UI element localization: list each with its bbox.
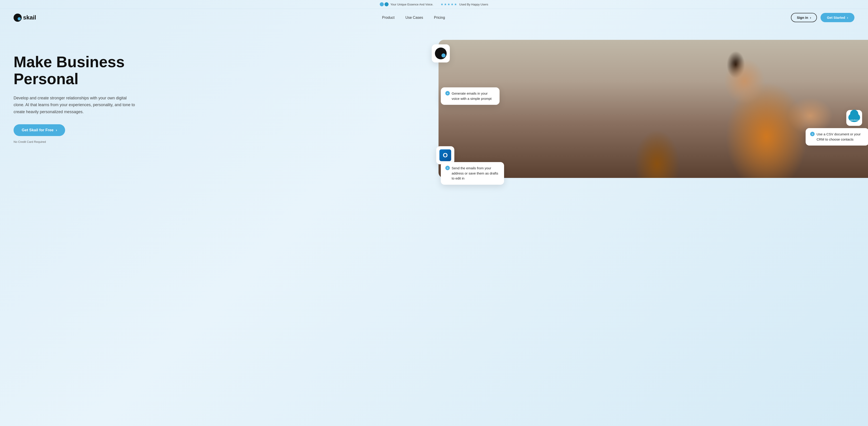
plus-icon-csv: + bbox=[810, 132, 815, 136]
hero-subtitle: Develop and create stronger relationship… bbox=[13, 95, 135, 115]
card-send-emails: + Send the emails from your address or s… bbox=[441, 162, 504, 185]
banner-voice-text: Your Unique Essence And Voice. bbox=[391, 3, 433, 6]
nav-actions: Sign in › Get Started › bbox=[791, 13, 855, 22]
hero-right: + Generate emails in your voice with a s… bbox=[434, 40, 868, 180]
get-started-button[interactable]: Get Started › bbox=[820, 13, 855, 22]
get-started-arrow: › bbox=[847, 16, 848, 20]
card-generate-text: Generate emails in your voice with a sim… bbox=[452, 91, 495, 101]
nav-link-product[interactable]: Product bbox=[382, 16, 395, 20]
hero-section: Make Business Personal Develop and creat… bbox=[0, 26, 868, 180]
card-skail-logo bbox=[432, 45, 450, 62]
nav-item-usecases[interactable]: Use Cases bbox=[405, 16, 423, 20]
star-rating: ★★★★★ bbox=[440, 2, 458, 6]
circle-right bbox=[384, 2, 389, 6]
hero-left: Make Business Personal Develop and creat… bbox=[13, 40, 434, 143]
logo-icon bbox=[13, 13, 22, 22]
outlook-icon: O bbox=[439, 149, 451, 161]
card-outlook: O bbox=[436, 146, 454, 164]
hero-title-line1: Make Business bbox=[13, 53, 125, 70]
nav-links: Product Use Cases Pricing bbox=[382, 16, 445, 20]
banner-users-text: Used By Happy Users bbox=[459, 3, 488, 6]
banner-item-voice: Your Unique Essence And Voice. bbox=[380, 2, 433, 6]
banner-item-users: ★★★★★ Used By Happy Users bbox=[440, 2, 488, 6]
hero-title: Make Business Personal bbox=[13, 53, 434, 87]
nav-item-product[interactable]: Product bbox=[382, 16, 395, 20]
hero-cta-button[interactable]: Get Skail for Free › bbox=[13, 124, 65, 136]
logo-link[interactable]: skail bbox=[13, 13, 36, 22]
plus-icon-send: + bbox=[445, 166, 450, 170]
circle-left bbox=[380, 2, 384, 6]
nav-link-usecases[interactable]: Use Cases bbox=[405, 16, 423, 20]
skail-logo-icon bbox=[435, 48, 447, 59]
hero-cta-label: Get Skail for Free bbox=[22, 128, 54, 133]
salesforce-text: salesforce bbox=[848, 119, 860, 121]
nav-link-pricing[interactable]: Pricing bbox=[434, 16, 445, 20]
hero-cta-arrow: › bbox=[56, 128, 57, 133]
navbar: skail Product Use Cases Pricing Sign in … bbox=[0, 9, 868, 26]
card-csv-text: Use a CSV document or your CRM to choose… bbox=[816, 132, 864, 142]
logo-text: skail bbox=[23, 14, 36, 21]
plus-icon-generate: + bbox=[445, 91, 450, 95]
signin-label: Sign in bbox=[797, 16, 808, 20]
hero-title-line2: Personal bbox=[13, 70, 79, 87]
card-salesforce: salesforce bbox=[846, 110, 862, 126]
hero-image bbox=[438, 40, 868, 178]
hero-photo bbox=[438, 40, 868, 178]
infinity-icon bbox=[380, 2, 389, 6]
nav-item-pricing[interactable]: Pricing bbox=[434, 16, 445, 20]
top-banner: Your Unique Essence And Voice. ★★★★★ Use… bbox=[0, 0, 868, 9]
card-csv-crm: + Use a CSV document or your CRM to choo… bbox=[806, 128, 868, 146]
get-started-label: Get Started bbox=[827, 16, 845, 20]
signin-arrow: › bbox=[810, 16, 811, 20]
signin-button[interactable]: Sign in › bbox=[791, 13, 817, 22]
card-generate-emails: + Generate emails in your voice with a s… bbox=[441, 87, 500, 105]
no-card-text: No Credit Card Required bbox=[13, 140, 434, 143]
salesforce-cloud-icon: salesforce bbox=[848, 113, 860, 122]
card-send-text: Send the emails from your address or sav… bbox=[452, 166, 500, 181]
